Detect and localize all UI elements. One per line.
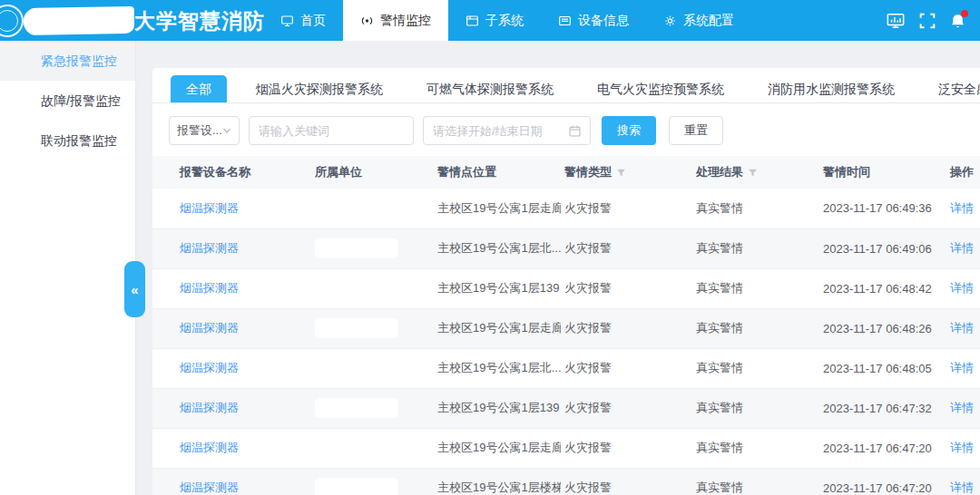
device-name-cell: 烟温探测器 — [152, 468, 311, 495]
device-name-cell: 烟温探测器 — [152, 428, 311, 468]
sidebar-collapse-button[interactable]: « — [124, 261, 145, 317]
sidebar-item-emergency-alarm-monitor[interactable]: 紧急报警监控 — [0, 41, 135, 81]
actions-cell: 详情处理 — [946, 388, 980, 428]
nav-item-system-config[interactable]: 系统配置 — [646, 0, 751, 41]
column-label: 警情时间 — [823, 164, 870, 180]
device-name-link[interactable]: 烟温探测器 — [180, 441, 239, 454]
result-cell: 真实警情 — [692, 428, 819, 468]
tab-all[interactable]: 全部 — [171, 75, 227, 102]
column-header: 处理结果 — [692, 156, 819, 189]
notification-bell-icon[interactable] — [950, 13, 965, 29]
tab-smoke-temp-fire-system[interactable]: 烟温火灾探测报警系统 — [241, 75, 397, 102]
detail-link[interactable]: 详情 — [950, 360, 974, 376]
left-sidebar: 紧急报警监控故障/报警监控联动报警监控 — [0, 41, 136, 495]
filter-funnel-icon[interactable] — [616, 168, 626, 178]
keyword-input[interactable] — [249, 116, 414, 145]
detail-link[interactable]: 详情 — [950, 480, 974, 495]
location-cell: 主校区19号公寓1层139 — [434, 388, 561, 428]
actions-cell: 详情处理 — [946, 428, 980, 468]
content-card: 全部烟温火灾探测报警系统可燃气体探测报警系统电气火灾监控预警系统消防用水监测报警… — [152, 68, 980, 495]
table-row: 烟温探测器主校区19号公寓1层北...火灾报警真实警情2023-11-17 06… — [152, 228, 980, 268]
redaction-blob — [315, 238, 398, 258]
time-cell: 2023-11-17 06:48:42 — [819, 268, 946, 308]
reset-button[interactable]: 重置 — [669, 116, 723, 145]
column-header: 报警设备名称 — [152, 156, 311, 189]
date-range-input[interactable] — [433, 124, 569, 138]
tab-combustible-gas-system[interactable]: 可燃气体探测报警系统 — [412, 75, 568, 102]
nav-item-alarm-monitor[interactable]: 警情监控 — [343, 0, 448, 41]
notification-badge — [961, 10, 968, 17]
search-button[interactable]: 搜索 — [602, 116, 656, 145]
column-header: 警情时间 — [819, 156, 946, 189]
desktop-icon — [280, 15, 294, 27]
result-cell: 真实警情 — [692, 348, 819, 388]
location-cell: 主校区19号公寓1层走廊4 — [434, 308, 561, 348]
detail-link[interactable]: 详情 — [950, 280, 974, 296]
sidebar-item-linkage-alarm-monitor[interactable]: 联动报警监控 — [0, 121, 135, 160]
location-cell: 主校区19号公寓1层楼梯3 — [434, 468, 561, 495]
detail-link[interactable]: 详情 — [950, 240, 974, 257]
column-label: 所属单位 — [315, 164, 362, 180]
device-name-link[interactable]: 烟温探测器 — [180, 480, 239, 494]
detail-link[interactable]: 详情 — [950, 440, 974, 456]
table-row: 烟温探测器主校区19号公寓1层走廊4火灾报警真实警情2023-11-17 06:… — [152, 428, 980, 468]
tab-electrical-fire-system[interactable]: 电气火灾监控预警系统 — [583, 75, 739, 102]
detail-link[interactable]: 详情 — [950, 400, 974, 416]
table-row: 烟温探测器主校区19号公寓1层北...火灾报警真实警情2023-11-17 06… — [152, 348, 980, 388]
detail-link[interactable]: 详情 — [950, 320, 974, 336]
time-cell: 2023-11-17 06:48:26 — [819, 308, 946, 348]
column-header: 警情点位置 — [434, 156, 561, 189]
system-tabs: 全部烟温火灾探测报警系统可燃气体探测报警系统电气火灾监控预警系统消防用水监测报警… — [152, 68, 980, 103]
device-name-cell: 烟温探测器 — [152, 388, 311, 428]
alarm-type-cell: 火灾报警 — [561, 348, 692, 388]
redaction-blob — [315, 358, 398, 378]
table-row: 烟温探测器主校区19号公寓1层楼梯3火灾报警真实警情2023-11-17 06:… — [152, 468, 980, 495]
result-cell: 真实警情 — [692, 308, 819, 348]
location-cell: 主校区19号公寓1层139 — [434, 268, 561, 308]
alarm-type-cell: 火灾报警 — [561, 228, 692, 268]
sidebar-item-fault-alarm-monitor[interactable]: 故障/报警监控 — [0, 81, 135, 121]
filter-funnel-icon[interactable] — [748, 168, 758, 178]
nav-item-device-info[interactable]: 设备信息 — [541, 0, 646, 41]
column-label: 处理结果 — [696, 164, 743, 180]
time-cell: 2023-11-17 06:49:36 — [819, 189, 946, 228]
device-name-cell: 烟温探测器 — [152, 189, 311, 228]
alarm-type-select[interactable]: 报警设... — [169, 116, 240, 145]
table-row: 烟温探测器主校区19号公寓1层走廊4火灾报警真实警情2023-11-17 06:… — [152, 308, 980, 348]
location-cell: 主校区19号公寓1层走廊4 — [434, 428, 561, 468]
actions-cell: 详情处理 — [946, 468, 980, 495]
device-name-link[interactable]: 烟温探测器 — [180, 241, 239, 255]
nav-item-home[interactable]: 首页 — [263, 0, 343, 41]
device-name-link[interactable]: 烟温探测器 — [180, 321, 239, 335]
device-name-link[interactable]: 烟温探测器 — [180, 201, 239, 215]
result-cell: 真实警情 — [692, 228, 819, 268]
actions-cell: 详情处理 — [946, 228, 980, 268]
unit-cell — [311, 308, 434, 348]
redaction-blob — [315, 438, 398, 458]
alarm-type-cell: 火灾报警 — [561, 428, 692, 468]
table-row: 烟温探测器主校区19号公寓1层139火灾报警真实警情2023-11-17 06:… — [152, 388, 980, 428]
device-name-cell: 烟温探测器 — [152, 268, 311, 308]
redaction-blob — [315, 478, 398, 495]
fullscreen-icon[interactable] — [919, 13, 936, 29]
dashboard-icon[interactable] — [887, 13, 905, 29]
nav-item-subsystem[interactable]: 子系统 — [448, 0, 541, 41]
unit-cell — [311, 468, 434, 495]
device-name-link[interactable]: 烟温探测器 — [180, 281, 239, 295]
column-label: 警情点位置 — [437, 164, 496, 180]
time-cell: 2023-11-17 06:48:05 — [819, 348, 946, 388]
actions-cell: 详情处理 — [946, 268, 980, 308]
detail-link[interactable]: 详情 — [950, 200, 974, 217]
tab-pan-safety-sensing-system[interactable]: 泛安全感知探测报警系统 — [924, 75, 980, 102]
result-cell: 真实警情 — [692, 468, 819, 495]
broadcast-icon — [360, 15, 374, 27]
device-name-link[interactable]: 烟温探测器 — [180, 401, 239, 414]
date-range-picker[interactable] — [423, 116, 591, 145]
table-row: 烟温探测器主校区19号公寓1层139火灾报警真实警情2023-11-17 06:… — [152, 268, 980, 308]
device-name-link[interactable]: 烟温探测器 — [180, 361, 239, 374]
result-cell: 真实警情 — [692, 388, 819, 428]
window-icon — [466, 15, 479, 27]
main-nav: 首页警情监控子系统设备信息系统配置 — [263, 0, 751, 41]
tab-fire-water-system[interactable]: 消防用水监测报警系统 — [753, 75, 909, 102]
redaction-blob — [24, 6, 135, 35]
